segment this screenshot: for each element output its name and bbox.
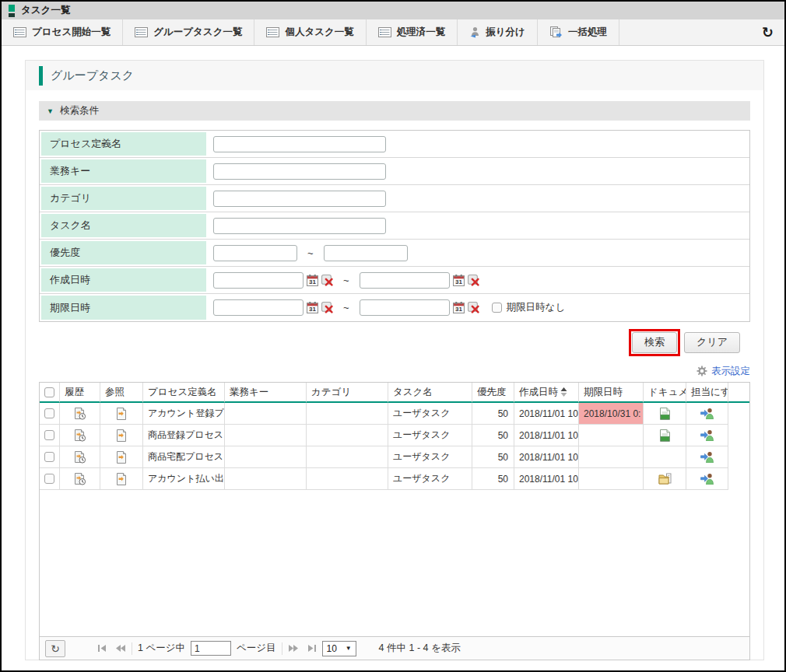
reference-icon[interactable] — [115, 408, 128, 420]
folder-icon[interactable] — [658, 473, 672, 485]
form-row-process-def-name: プロセス定義名 — [40, 131, 749, 158]
process-def-cell: 商品宅配プロセス — [143, 446, 225, 468]
page-suffix-label: ページ目 — [237, 642, 276, 655]
display-settings-link[interactable]: 表示設定 — [711, 365, 750, 378]
field-label: カテゴリ — [40, 185, 208, 212]
next-page-icon[interactable] — [288, 644, 299, 653]
created-cell: 2018/11/01 10 — [514, 403, 579, 425]
process-def-cell: アカウント登録プロセス — [143, 403, 225, 425]
search-button[interactable]: 検索 — [632, 332, 677, 353]
page-size-select[interactable]: 10 ▼ — [322, 641, 356, 656]
task-name-cell: ユーザタスク — [388, 403, 472, 425]
prev-page-icon[interactable] — [115, 644, 126, 653]
table-row: 商品登録プロセス ユーザタスク 50 2018/11/01 10 — [40, 425, 749, 446]
priority-to-input[interactable] — [324, 245, 408, 261]
search-condition-label: 検索条件 — [60, 104, 99, 117]
refresh-icon[interactable]: ↻ — [751, 24, 784, 41]
created-from-input[interactable] — [213, 272, 304, 289]
pagination-refresh-button[interactable]: ↻ — [45, 640, 65, 657]
deadline-to-input[interactable] — [360, 299, 450, 316]
column-header-filler — [728, 383, 749, 403]
toolbar-item-label: グループタスク一覧 — [153, 26, 242, 39]
toolbar-item-label: 振り分け — [486, 26, 525, 39]
history-icon[interactable] — [74, 408, 86, 420]
reference-icon[interactable] — [115, 451, 128, 464]
results-empty-area — [40, 490, 749, 636]
first-page-icon[interactable] — [97, 644, 108, 653]
business-key-input[interactable] — [213, 163, 386, 180]
page-number-input[interactable] — [191, 641, 231, 656]
history-icon[interactable] — [74, 429, 86, 442]
priority-cell: 50 — [472, 403, 514, 425]
document-icon[interactable] — [660, 429, 670, 442]
list-icon — [135, 27, 148, 37]
page-count-label: 1 ページ中 — [138, 642, 185, 655]
calendar-clear-icon[interactable] — [468, 275, 479, 286]
task-name-input[interactable] — [213, 218, 386, 234]
assign-user-icon[interactable] — [700, 429, 714, 441]
select-all-checkbox[interactable] — [44, 387, 54, 397]
toolbar-item-label: 処理済一覧 — [397, 26, 446, 39]
category-cell — [307, 446, 388, 468]
created-to-input[interactable] — [360, 272, 450, 289]
calendar-clear-icon[interactable] — [468, 302, 479, 313]
calendar-clear-icon[interactable] — [321, 302, 333, 313]
business-key-cell — [225, 468, 307, 490]
category-input[interactable] — [213, 191, 386, 207]
select-all-cell — [40, 383, 60, 403]
list-icon — [378, 27, 391, 37]
calendar-icon[interactable] — [453, 302, 465, 313]
deadline-cell — [579, 425, 644, 446]
column-header-task-name: タスク名 — [388, 383, 472, 403]
assign-user-icon[interactable] — [700, 473, 714, 485]
column-header-assign: 担当にする — [686, 383, 728, 403]
calendar-icon[interactable] — [453, 275, 465, 286]
range-separator: ~ — [343, 302, 349, 313]
task-name-cell: ユーザタスク — [388, 425, 472, 446]
calendar-icon[interactable] — [307, 302, 318, 313]
calendar-icon[interactable] — [307, 275, 318, 286]
assign-user-icon[interactable] — [700, 451, 714, 463]
assign-user-icon[interactable] — [700, 408, 714, 419]
sort-icon — [560, 387, 567, 397]
toolbar-item-sorting[interactable]: 振り分け — [458, 19, 538, 45]
deadline-from-input[interactable] — [213, 299, 304, 316]
toolbar-item-processed-list[interactable]: 処理済一覧 — [367, 19, 458, 45]
business-key-cell — [225, 446, 307, 468]
clear-button[interactable]: クリア — [684, 332, 740, 353]
chevron-down-icon: ▼ — [346, 645, 352, 652]
process-def-cell: アカウント払い出し — [143, 468, 225, 490]
toolbar-item-process-start-list[interactable]: プロセス開始一覧 — [2, 19, 123, 45]
reference-icon[interactable] — [115, 429, 128, 442]
row-checkbox[interactable] — [44, 452, 54, 462]
toolbar-item-group-task-list[interactable]: グループタスク一覧 — [123, 19, 254, 45]
column-header-created-label: 作成日時 — [519, 386, 558, 399]
result-count-summary: 4 件中 1 - 4 を表示 — [379, 642, 461, 655]
priority-from-input[interactable] — [213, 245, 297, 261]
display-settings-row: 表示設定 — [39, 364, 750, 378]
list-icon — [13, 27, 26, 37]
field-label: 業務キー — [40, 158, 208, 184]
window-titlebar: タスク一覧 — [2, 2, 784, 19]
history-icon[interactable] — [74, 451, 86, 464]
row-checkbox[interactable] — [44, 408, 54, 418]
row-checkbox[interactable] — [44, 430, 54, 440]
business-key-cell — [225, 403, 307, 425]
search-condition-header[interactable]: ▼ 検索条件 — [39, 101, 750, 121]
reference-icon[interactable] — [115, 473, 128, 485]
table-row: 商品宅配プロセス ユーザタスク 50 2018/11/01 10 — [40, 446, 749, 468]
process-def-name-input[interactable] — [213, 136, 386, 152]
toolbar-item-personal-task-list[interactable]: 個人タスク一覧 — [254, 19, 366, 45]
last-page-icon[interactable] — [306, 644, 317, 653]
gear-icon[interactable] — [697, 366, 707, 376]
column-header-created[interactable]: 作成日時 — [514, 383, 579, 403]
app-icon — [8, 5, 16, 17]
no-deadline-checkbox[interactable] — [492, 303, 502, 313]
row-checkbox[interactable] — [44, 474, 54, 484]
calendar-clear-icon[interactable] — [321, 275, 333, 286]
column-header-business-key: 業務キー — [225, 383, 307, 403]
document-icon[interactable] — [660, 408, 670, 420]
history-icon[interactable] — [74, 473, 86, 485]
toolbar-item-batch-process[interactable]: 一括処理 — [538, 19, 619, 45]
collapse-triangle-icon: ▼ — [47, 107, 54, 115]
